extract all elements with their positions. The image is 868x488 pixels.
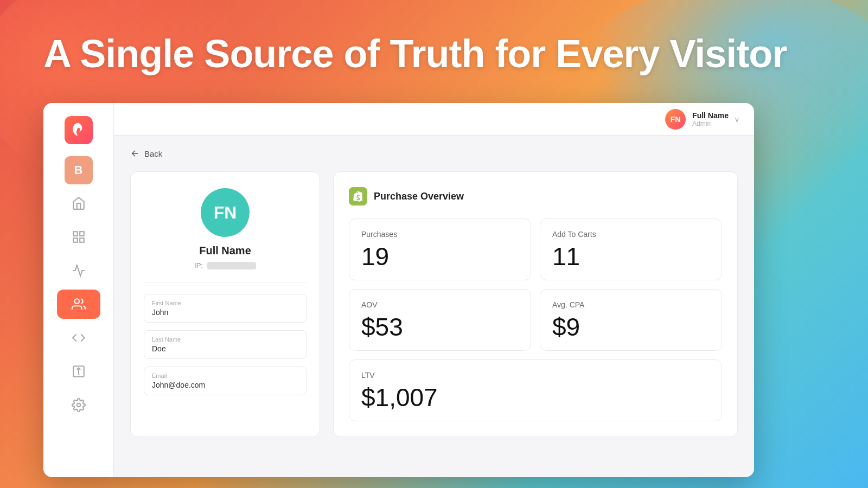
logo-container bbox=[62, 114, 95, 146]
user-info: Full Name Admin bbox=[692, 111, 729, 127]
sidebar-item-grid[interactable] bbox=[57, 222, 100, 252]
field-first-name: First Name John bbox=[144, 294, 307, 323]
svg-point-4 bbox=[74, 299, 79, 304]
svg-rect-0 bbox=[73, 232, 78, 236]
field-last-name: Last Name Doe bbox=[144, 330, 307, 359]
back-label: Back bbox=[144, 149, 162, 158]
metric-label-ltv: LTV bbox=[361, 371, 710, 380]
main-content: FN Full Name Admin v Back bbox=[114, 103, 754, 477]
purchase-panel: Purchase Overview Purchases 19 Add To Ca… bbox=[333, 171, 738, 437]
sidebar-item-code[interactable] bbox=[57, 323, 100, 352]
metric-label-avg-cpa: Avg. CPA bbox=[552, 300, 710, 309]
sidebar-item-home[interactable] bbox=[57, 189, 100, 218]
back-arrow-icon bbox=[130, 149, 140, 158]
sidebar-item-users[interactable] bbox=[57, 290, 100, 319]
sidebar: B bbox=[43, 103, 114, 477]
metric-value-aov: $53 bbox=[361, 314, 519, 339]
metrics-grid: Purchases 19 Add To Carts 11 AOV $53 bbox=[349, 219, 722, 421]
ip-value-blurred bbox=[207, 262, 256, 269]
back-button[interactable]: Back bbox=[130, 149, 738, 158]
user-name: Full Name bbox=[692, 111, 729, 120]
code-icon bbox=[72, 331, 86, 345]
nav-badge[interactable]: B bbox=[65, 156, 93, 184]
metric-card-ltv: LTV $1,007 bbox=[349, 359, 722, 421]
ip-label: IP: bbox=[194, 261, 203, 269]
svg-rect-1 bbox=[80, 232, 84, 236]
profile-ip: IP: bbox=[194, 261, 256, 269]
metric-card-avg-cpa: Avg. CPA $9 bbox=[540, 289, 722, 351]
upload-icon bbox=[72, 364, 86, 378]
avatar: FN bbox=[665, 109, 686, 130]
field-email: Email John@doe.com bbox=[144, 367, 307, 395]
metric-label-add-to-carts: Add To Carts bbox=[552, 230, 710, 239]
top-bar: FN Full Name Admin v bbox=[114, 103, 754, 136]
users-icon bbox=[72, 297, 86, 311]
metric-value-avg-cpa: $9 bbox=[552, 314, 710, 339]
sidebar-item-chart[interactable] bbox=[57, 256, 100, 285]
grid-icon bbox=[72, 230, 86, 244]
svg-rect-2 bbox=[73, 238, 78, 242]
metric-label-aov: AOV bbox=[361, 300, 519, 309]
field-label-first-name: First Name bbox=[152, 300, 298, 306]
sidebar-item-upload[interactable] bbox=[57, 357, 100, 386]
field-label-last-name: Last Name bbox=[152, 336, 298, 343]
metric-card-purchases: Purchases 19 bbox=[349, 219, 531, 280]
content-grid: FN Full Name IP: First Name John bbox=[130, 171, 738, 437]
app-container: B bbox=[43, 103, 754, 477]
profile-name: Full Name bbox=[199, 245, 251, 257]
profile-card: FN Full Name IP: First Name John bbox=[130, 171, 320, 437]
metric-card-add-to-carts: Add To Carts 11 bbox=[540, 219, 722, 280]
sidebar-item-settings[interactable] bbox=[57, 390, 100, 420]
svg-point-7 bbox=[76, 403, 80, 407]
metric-value-add-to-carts: 11 bbox=[552, 244, 710, 269]
svg-rect-3 bbox=[80, 238, 84, 242]
home-icon bbox=[72, 196, 86, 210]
page-content: Back FN Full Name IP: bbox=[114, 136, 754, 477]
settings-icon bbox=[72, 398, 86, 412]
field-value-last-name: Doe bbox=[152, 344, 298, 353]
metric-value-ltv: $1,007 bbox=[361, 385, 710, 410]
profile-avatar-section: FN Full Name IP: bbox=[144, 188, 307, 283]
panel-header: Purchase Overview bbox=[349, 187, 722, 206]
profile-fields: First Name John Last Name Doe Email John… bbox=[144, 283, 307, 395]
field-value-email: John@doe.com bbox=[152, 381, 298, 389]
user-role: Admin bbox=[692, 120, 729, 127]
logo-icon bbox=[65, 116, 93, 144]
hero-title: A Single Source of Truth for Every Visit… bbox=[43, 33, 787, 75]
metric-value-purchases: 19 bbox=[361, 244, 519, 269]
field-value-first-name: John bbox=[152, 308, 298, 317]
metric-card-aov: AOV $53 bbox=[349, 289, 531, 351]
profile-avatar: FN bbox=[201, 188, 250, 237]
field-label-email: Email bbox=[152, 373, 298, 379]
chart-icon bbox=[72, 264, 86, 278]
shopify-icon bbox=[349, 187, 367, 206]
user-dropdown-arrow[interactable]: v bbox=[735, 115, 739, 124]
metric-label-purchases: Purchases bbox=[361, 230, 519, 239]
panel-title: Purchase Overview bbox=[374, 191, 464, 202]
